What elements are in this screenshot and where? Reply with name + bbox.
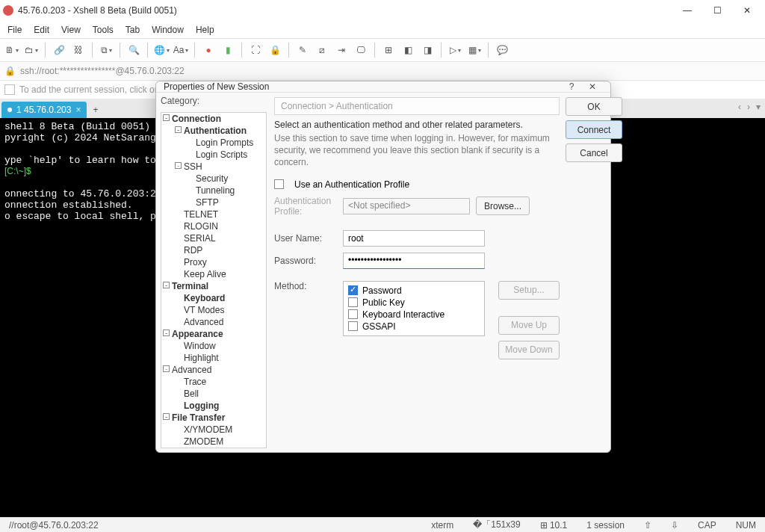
tree-item[interactable]: Trace xyxy=(161,376,266,388)
tree-item[interactable]: -Terminal xyxy=(161,280,266,292)
font-icon[interactable]: Aa xyxy=(172,41,190,59)
tree-item[interactable]: -File Transfer xyxy=(161,412,266,424)
tree-item[interactable]: Keep Alive xyxy=(161,268,266,280)
tree-item[interactable]: -Appearance xyxy=(161,328,266,340)
tree-item[interactable]: Login Prompts xyxy=(161,137,266,149)
panel2-icon[interactable]: ◨ xyxy=(418,41,436,59)
tree-item[interactable]: X/YMODEM xyxy=(161,424,266,436)
maximize-button[interactable]: ☐ xyxy=(702,0,732,21)
minimize-button[interactable]: — xyxy=(672,0,702,21)
grid-icon[interactable]: ▦ xyxy=(465,41,483,59)
highlight-icon[interactable]: ⧄ xyxy=(313,41,331,59)
screen-icon[interactable]: 🖵 xyxy=(352,41,370,59)
menu-window[interactable]: Window xyxy=(146,22,190,37)
tree-item[interactable]: Advanced xyxy=(161,316,266,328)
category-tree[interactable]: -Connection-AuthenticationLogin PromptsL… xyxy=(161,112,267,448)
method-checkbox[interactable] xyxy=(348,285,358,295)
tab-list-icon[interactable]: ▾ xyxy=(756,102,761,112)
menu-edit[interactable]: Edit xyxy=(28,22,55,37)
method-checkbox[interactable] xyxy=(348,321,358,331)
description-secondary: Use this section to save time when loggi… xyxy=(274,132,560,169)
method-item[interactable]: Password xyxy=(348,285,480,297)
method-label: GSSAPI xyxy=(362,321,396,332)
compose-icon[interactable]: ✎ xyxy=(294,41,312,59)
movedown-button[interactable]: Move Down xyxy=(498,341,560,359)
new-session-icon[interactable]: 🗎 xyxy=(3,41,21,59)
tree-item[interactable]: Highlight xyxy=(161,352,266,364)
menu-view[interactable]: View xyxy=(55,22,87,37)
setup-button[interactable]: Setup... xyxy=(498,281,560,300)
tree-item[interactable]: Proxy xyxy=(161,256,266,268)
tree-item[interactable]: TELNET xyxy=(161,208,266,220)
tree-item[interactable]: VT Modes xyxy=(161,304,266,316)
record-icon[interactable]: ● xyxy=(199,41,217,59)
address-bar[interactable]: 🔒 ssh://root:****************@45.76.0.20… xyxy=(0,61,765,81)
tab-label: 1 45.76.0.203 xyxy=(16,105,71,115)
username-label: User Name: xyxy=(274,233,337,244)
cancel-button[interactable]: Cancel xyxy=(566,143,622,162)
tree-item[interactable]: Login Scripts xyxy=(161,149,266,161)
stop-icon[interactable]: ▮ xyxy=(219,41,237,59)
menu-file[interactable]: File xyxy=(1,22,28,37)
lock-icon[interactable]: 🔒 xyxy=(266,41,284,59)
tree-item[interactable]: Logging xyxy=(161,400,266,412)
chat-icon[interactable]: 💬 xyxy=(493,41,511,59)
tree-item[interactable]: Window xyxy=(161,340,266,352)
tree-item[interactable]: Tunneling xyxy=(161,185,266,197)
tree-item[interactable]: SERIAL xyxy=(161,232,266,244)
link-icon[interactable]: 🔗 xyxy=(50,41,68,59)
hint-icon xyxy=(4,84,15,95)
menu-help[interactable]: Help xyxy=(190,22,220,37)
panel1-icon[interactable]: ◧ xyxy=(399,41,417,59)
ok-button[interactable]: OK xyxy=(566,97,622,116)
dialog-close-button[interactable]: ✕ xyxy=(582,81,603,92)
tree-item[interactable]: Bell xyxy=(161,388,266,400)
copy-icon[interactable]: ⧉ xyxy=(97,41,115,59)
username-input[interactable] xyxy=(343,230,485,247)
close-button[interactable]: ✕ xyxy=(732,0,762,21)
tree-item[interactable]: ZMODEM xyxy=(161,436,266,448)
menu-tools[interactable]: Tools xyxy=(87,22,120,37)
play-icon[interactable]: ▷ xyxy=(446,41,464,59)
use-profile-checkbox[interactable] xyxy=(274,179,284,189)
auth-profile-label: Authentication Profile: xyxy=(274,196,337,217)
connect-button[interactable]: Connect xyxy=(566,120,622,139)
status-up-icon[interactable]: ⇧ xyxy=(639,520,656,531)
tree-item[interactable]: Keyboard xyxy=(161,292,266,304)
tree-item[interactable]: -Authentication xyxy=(161,125,266,137)
method-item[interactable]: Keyboard Interactive xyxy=(348,309,480,321)
tab-next-icon[interactable]: › xyxy=(747,102,750,112)
method-item[interactable]: GSSAPI xyxy=(348,321,480,332)
tree-item[interactable]: -Connection xyxy=(161,113,266,125)
moveup-button[interactable]: Move Up xyxy=(498,316,560,335)
tree-item[interactable]: Security xyxy=(161,173,266,185)
address-text: ssh://root:****************@45.76.0.203:… xyxy=(20,66,185,76)
session-tab[interactable]: 1 45.76.0.203 × xyxy=(1,102,87,118)
method-checkbox[interactable] xyxy=(348,309,358,319)
status-bar: //root@45.76.0.203:22 xterm �「151x39 ⊞ 1… xyxy=(0,517,765,532)
tree-item[interactable]: -Advanced xyxy=(161,364,266,376)
method-checkbox[interactable] xyxy=(348,297,358,307)
export-icon[interactable]: ⇥ xyxy=(332,41,350,59)
tab-close-icon[interactable]: × xyxy=(75,105,81,115)
new-tab-button[interactable]: + xyxy=(87,102,104,118)
help-button[interactable]: ? xyxy=(561,81,582,92)
unlink-icon[interactable]: ⛓ xyxy=(69,41,87,59)
status-sessions: 1 session xyxy=(582,520,629,531)
tree-item[interactable]: SFTP xyxy=(161,197,266,208)
method-item[interactable]: Public Key xyxy=(348,297,480,309)
tree-item[interactable]: RDP xyxy=(161,244,266,256)
tree-item[interactable]: RLOGIN xyxy=(161,220,266,232)
search-icon[interactable]: 🔍 xyxy=(125,41,143,59)
toolbar: 🗎 🗀 🔗 ⛓ ⧉ 🔍 🌐 Aa ● ▮ ⛶ 🔒 ✎ ⧄ ⇥ 🖵 ⊞ ◧ ◨ ▷… xyxy=(0,39,765,61)
menu-tab[interactable]: Tab xyxy=(120,22,146,37)
fullscreen-icon[interactable]: ⛶ xyxy=(247,41,264,59)
tree-item[interactable]: -SSH xyxy=(161,161,266,173)
tab-prev-icon[interactable]: ‹ xyxy=(738,102,741,112)
newwin-icon[interactable]: ⊞ xyxy=(380,41,397,59)
method-list[interactable]: PasswordPublic KeyKeyboard InteractiveGS… xyxy=(343,281,485,336)
globe-icon[interactable]: 🌐 xyxy=(152,41,170,59)
status-down-icon[interactable]: ⇩ xyxy=(666,520,683,531)
password-input[interactable]: ••••••••••••••••• xyxy=(343,253,485,269)
open-icon[interactable]: 🗀 xyxy=(22,41,40,59)
